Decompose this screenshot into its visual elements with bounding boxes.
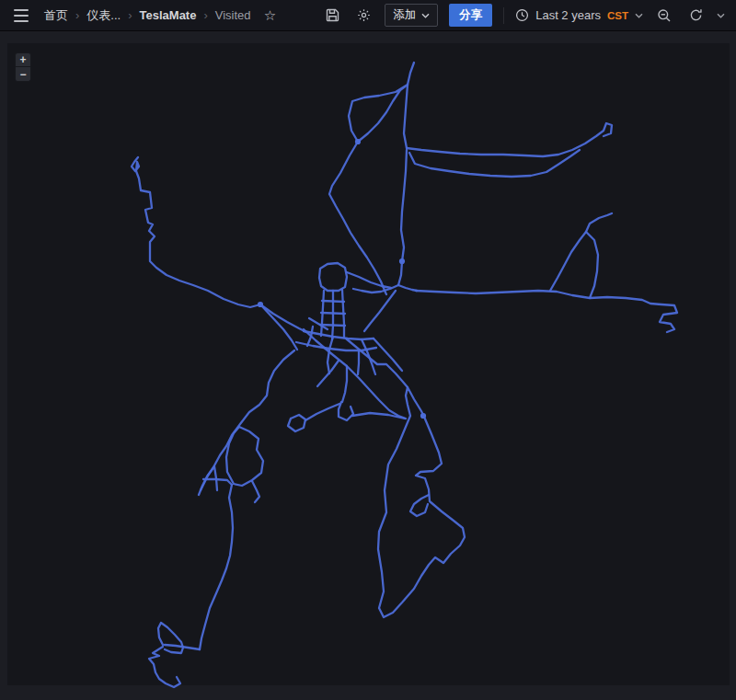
- dashboard-settings-gear-icon[interactable]: [353, 6, 374, 26]
- navbar-divider: [503, 7, 504, 24]
- zoom-out-time-icon[interactable]: [654, 6, 674, 26]
- refresh-interval-chevron-icon[interactable]: [717, 13, 725, 18]
- add-button[interactable]: 添加: [385, 4, 438, 27]
- grafana-app: 首页 › 仪表... › TeslaMate › Visited ☆: [0, 0, 736, 700]
- refresh-icon[interactable]: [685, 6, 706, 26]
- breadcrumb-separator: ›: [75, 8, 79, 22]
- breadcrumb-home[interactable]: 首页: [44, 7, 68, 24]
- breadcrumb: 首页 › 仪表... › TeslaMate › Visited: [44, 7, 251, 24]
- breadcrumb-separator: ›: [128, 8, 132, 22]
- map-zoom-controls: + −: [15, 52, 31, 82]
- map-zoom-in-button[interactable]: +: [15, 52, 31, 67]
- chevron-down-icon: [421, 13, 430, 18]
- visited-map-panel[interactable]: + −: [7, 43, 730, 685]
- chevron-down-icon: [635, 13, 643, 18]
- top-navbar: 首页 › 仪表... › TeslaMate › Visited ☆: [0, 0, 736, 31]
- map-zoom-out-button[interactable]: −: [15, 67, 31, 82]
- save-dashboard-icon[interactable]: [322, 6, 342, 26]
- favorite-star-icon[interactable]: ☆: [260, 6, 281, 26]
- clock-icon: [515, 8, 529, 22]
- navbar-actions: 添加 分享 Last 2 years CST: [322, 4, 725, 27]
- breadcrumb-visited: Visited: [215, 8, 251, 22]
- dashboard-page: + −: [0, 31, 736, 700]
- breadcrumb-teslamate[interactable]: TeslaMate: [140, 8, 197, 22]
- time-range-picker[interactable]: Last 2 years CST: [515, 8, 643, 22]
- time-range-label: Last 2 years: [535, 8, 601, 22]
- breadcrumb-separator: ›: [203, 8, 207, 22]
- hamburger-menu-icon[interactable]: [11, 6, 31, 26]
- timezone-label: CST: [607, 10, 628, 21]
- add-button-label: 添加: [393, 7, 416, 23]
- share-button[interactable]: 分享: [449, 4, 492, 27]
- breadcrumb-dashboards[interactable]: 仪表...: [86, 7, 121, 24]
